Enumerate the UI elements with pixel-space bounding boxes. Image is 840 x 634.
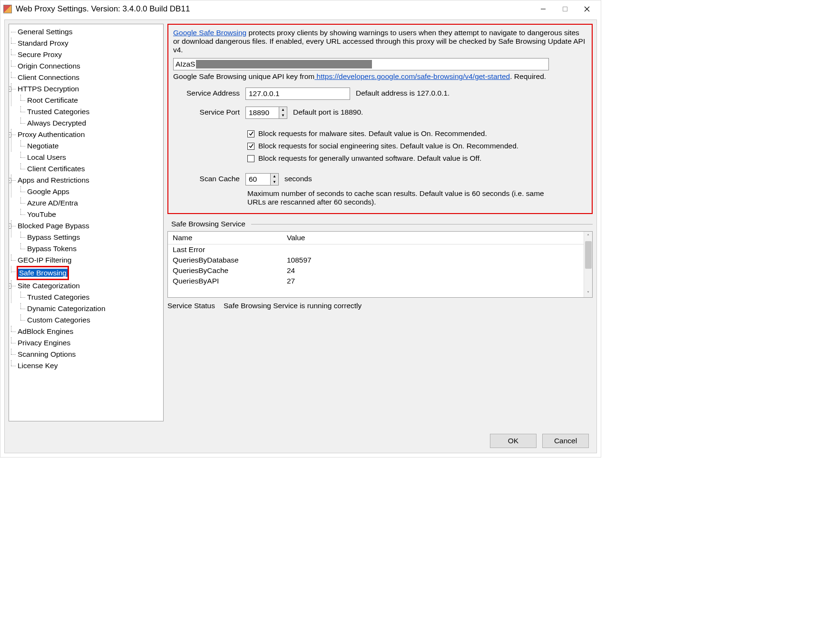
nav-tree[interactable]: General SettingsStandard ProxySecure Pro…	[9, 24, 164, 421]
tree-item[interactable]: Root Certificate	[26, 96, 79, 104]
tree-item[interactable]: Safe Browsing	[18, 269, 68, 277]
ok-button[interactable]: OK	[490, 434, 537, 448]
tree-item[interactable]: Scanning Options	[17, 350, 77, 358]
tree-item[interactable]: Trusted Categories	[26, 293, 90, 301]
service-status-value: Safe Browsing Service is running correct…	[224, 302, 361, 310]
service-address-label: Service Address	[173, 88, 240, 98]
api-key-masked	[196, 60, 372, 68]
tree-expander-icon[interactable]: −	[9, 178, 11, 183]
scan-cache-input[interactable]	[245, 173, 270, 185]
intro-text: Google Safe Browsing protects proxy clie…	[173, 29, 587, 54]
tree-item[interactable]: Custom Categories	[26, 316, 91, 324]
service-port-label: Service Port	[173, 107, 240, 117]
api-key-help: Google Safe Browsing unique API key from…	[173, 72, 587, 81]
tree-item[interactable]: Origin Connections	[17, 62, 81, 70]
block-social-checkbox[interactable]	[247, 143, 254, 150]
spin-up-icon[interactable]: ▲	[271, 174, 278, 179]
spin-down-icon[interactable]: ▼	[279, 113, 287, 118]
scan-cache-help: Maximum number of seconds to cache scan …	[247, 189, 552, 206]
tree-item[interactable]: Secure Proxy	[17, 50, 63, 59]
scroll-up-icon[interactable]: ˄	[584, 232, 592, 240]
service-status-label: Service Status	[167, 302, 215, 310]
table-row[interactable]: QueriesByCache24	[168, 265, 584, 276]
scan-cache-label: Scan Cache	[173, 173, 240, 183]
tree-item[interactable]: HTTPS Decryption	[17, 85, 80, 93]
tree-item[interactable]: Proxy Authentication	[17, 130, 86, 138]
tree-item[interactable]: Apps and Restrictions	[17, 176, 90, 184]
table-scrollbar[interactable]: ˄ ˅	[584, 232, 592, 297]
tree-item[interactable]: Google Apps	[26, 187, 70, 195]
tree-item[interactable]: Client Connections	[17, 73, 80, 81]
tree-item[interactable]: Negotiate	[26, 142, 59, 150]
tree-item[interactable]: Local Users	[26, 153, 67, 161]
close-button[interactable]	[576, 2, 598, 16]
maximize-button[interactable]	[554, 2, 576, 16]
service-address-input[interactable]	[245, 88, 350, 100]
service-table: Name Value Last ErrorQueriesByDatabase10…	[167, 231, 593, 298]
service-groupbox: Safe Browsing Service Name Value Last Er…	[167, 220, 593, 310]
main-panel: Google Safe Browsing protects proxy clie…	[167, 24, 593, 421]
service-port-input[interactable]	[245, 107, 279, 119]
block-malware-checkbox[interactable]	[247, 130, 254, 137]
settings-window: Web Proxy Settings. Version: 3.4.0.0 Bui…	[0, 0, 601, 458]
tree-item[interactable]: Client Certificates	[26, 165, 86, 173]
tree-item[interactable]: Always Decrypted	[26, 119, 87, 127]
tree-item[interactable]: GEO-IP Filtering	[17, 256, 72, 264]
tree-expander-icon[interactable]: −	[9, 132, 11, 137]
api-key-input[interactable]: AIzaS	[173, 58, 549, 70]
col-name: Name	[168, 232, 282, 244]
service-port-spinner[interactable]: ▲▼	[245, 107, 287, 119]
scroll-down-icon[interactable]: ˅	[584, 289, 592, 297]
spin-down-icon[interactable]: ▼	[271, 179, 278, 185]
tree-item[interactable]: Dynamic Categorization	[26, 304, 107, 312]
tree-item[interactable]: AdBlock Engines	[17, 327, 74, 335]
tree-expander-icon[interactable]: −	[9, 87, 11, 92]
service-port-hint: Default port is 18890.	[293, 107, 363, 117]
col-value: Value	[282, 232, 584, 244]
cancel-button[interactable]: Cancel	[542, 434, 589, 448]
table-row[interactable]: QueriesByAPI27	[168, 276, 584, 286]
tree-item[interactable]: General Settings	[17, 28, 73, 36]
titlebar: Web Proxy Settings. Version: 3.4.0.0 Bui…	[0, 0, 601, 18]
tree-item[interactable]: Bypass Settings	[26, 233, 81, 241]
service-group-title: Safe Browsing Service	[169, 220, 247, 228]
app-icon	[3, 5, 12, 13]
tree-expander-icon[interactable]: −	[9, 283, 11, 289]
service-address-hint: Default address is 127.0.0.1.	[356, 88, 449, 98]
block-unwanted-label: Block requests for generally unwanted so…	[258, 154, 481, 163]
api-key-visible: AIzaS	[176, 60, 195, 68]
scan-cache-unit: seconds	[284, 173, 312, 183]
table-row[interactable]: QueriesByDatabase108597	[168, 255, 584, 265]
table-row[interactable]: Last Error	[168, 244, 584, 255]
tree-item[interactable]: Standard Proxy	[17, 39, 69, 47]
block-unwanted-checkbox[interactable]	[247, 155, 254, 162]
scroll-thumb[interactable]	[585, 241, 592, 269]
tree-item-highlight: Safe Browsing	[17, 266, 69, 280]
tree-item[interactable]: Trusted Categories	[26, 107, 90, 116]
svg-rect-1	[563, 7, 567, 11]
block-social-label: Block requests for social engineering si…	[258, 142, 518, 150]
content-area: General SettingsStandard ProxySecure Pro…	[4, 20, 597, 453]
safe-browsing-link[interactable]: Google Safe Browsing	[173, 29, 246, 37]
tree-item[interactable]: YouTube	[26, 210, 57, 218]
scan-cache-spinner[interactable]: ▲▼	[245, 173, 279, 185]
tree-item[interactable]: Site Categorization	[17, 282, 81, 290]
window-title: Web Proxy Settings. Version: 3.4.0.0 Bui…	[16, 4, 532, 14]
minimize-button[interactable]	[532, 2, 554, 16]
tree-expander-icon[interactable]: −	[9, 224, 11, 229]
api-docs-link[interactable]: https://developers.google.com/safe-brows…	[314, 72, 510, 80]
spin-up-icon[interactable]: ▲	[279, 107, 287, 113]
tree-item[interactable]: Azure AD/Entra	[26, 199, 79, 207]
tree-item[interactable]: Bypass Tokens	[26, 244, 78, 253]
tree-item[interactable]: Blocked Page Bypass	[17, 222, 90, 230]
block-malware-label: Block requests for malware sites. Defaul…	[258, 129, 487, 138]
tree-item[interactable]: Privacy Engines	[17, 339, 71, 347]
settings-highlight-box: Google Safe Browsing protects proxy clie…	[167, 24, 593, 214]
tree-item[interactable]: License Key	[17, 361, 59, 370]
